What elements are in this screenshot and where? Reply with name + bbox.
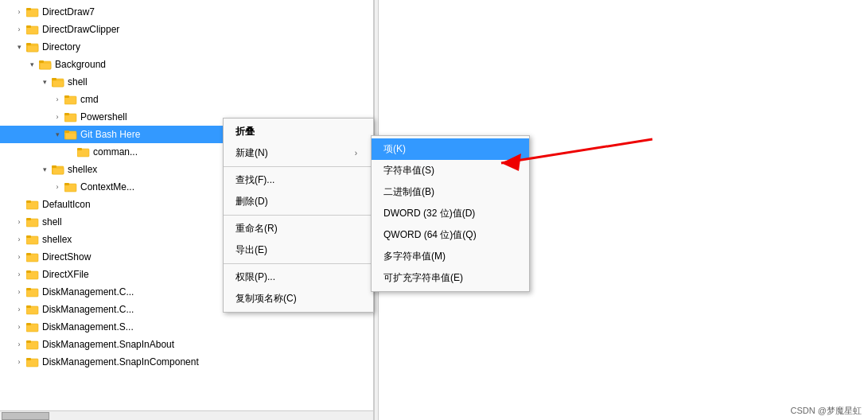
tree-item-shell[interactable]: ▾ shell	[0, 73, 373, 91]
tree-expander[interactable]: ›	[13, 231, 25, 248]
submenu-item-dword[interactable]: DWORD (32 位)值(D)	[372, 203, 529, 224]
menu-item-label: 复制项名称(C)	[235, 292, 297, 305]
svg-rect-40	[26, 305, 31, 308]
menu-item-permissions[interactable]: 权限(P)...	[224, 266, 373, 288]
tree-expander[interactable]	[13, 196, 25, 213]
menu-separator	[224, 263, 373, 264]
tree-expander[interactable]: ›	[13, 353, 25, 371]
folder-icon	[25, 356, 40, 368]
folder-icon	[25, 216, 40, 228]
svg-rect-12	[53, 80, 64, 87]
tree-expander[interactable]: ›	[13, 21, 25, 38]
tree-item-directory[interactable]: ▾ Directory	[0, 38, 373, 56]
menu-item-label: 导出(E)	[235, 243, 267, 257]
svg-rect-30	[26, 218, 31, 220]
svg-rect-42	[26, 323, 31, 325]
svg-rect-1	[26, 8, 31, 10]
tree-item-background[interactable]: ▾ Background	[0, 56, 373, 73]
menu-item-rename[interactable]: 重命名(R)	[224, 218, 373, 239]
submenu-item-expandstr[interactable]: 可扩充字符串值(E)	[372, 267, 529, 289]
tree-expander[interactable]: ›	[13, 318, 25, 336]
tree-item-label: DirectDrawClipper	[42, 24, 119, 35]
svg-rect-14	[64, 95, 69, 98]
menu-item-new[interactable]: 新建(N)›	[224, 142, 373, 164]
folder-icon	[25, 303, 40, 316]
tree-scrollbar[interactable]	[0, 410, 373, 420]
tree-expander[interactable]: ›	[13, 301, 25, 318]
tree-item-directdrawclipper[interactable]: › DirectDrawClipper	[0, 21, 373, 38]
tree-item-label: DirectDraw7	[42, 6, 95, 18]
submenu-item-multistr[interactable]: 多字符串值(M)	[372, 246, 529, 267]
tree-expander[interactable]: ›	[51, 178, 64, 196]
svg-rect-3	[26, 25, 31, 28]
tree-item-label: Git Bash Here	[80, 129, 140, 140]
tree-item-label: Directory	[42, 41, 80, 52]
svg-rect-34	[26, 253, 31, 255]
menu-item-label: 重命名(R)	[235, 222, 278, 235]
tree-item-diskmanagement3[interactable]: › DiskManagement.S...	[0, 318, 373, 336]
tree-item-label: shellex	[42, 234, 72, 245]
svg-rect-9	[40, 63, 51, 69]
menu-item-delete[interactable]: 删除(D)	[224, 191, 373, 212]
main-container: › DirectDraw7› DirectDrawClipper▾ Direct…	[0, 0, 868, 420]
tree-expander[interactable]: ›	[51, 91, 64, 108]
svg-rect-32	[26, 235, 31, 238]
tree-item-directdraw7[interactable]: › DirectDraw7	[0, 3, 373, 21]
submenu-item-qword[interactable]: QWORD (64 位)值(Q)	[372, 224, 529, 246]
svg-rect-18	[64, 130, 69, 133]
tree-expander[interactable]: ›	[13, 336, 25, 353]
menu-item-label: 删除(D)	[235, 195, 268, 208]
tree-item-label: DirectShow	[42, 251, 91, 262]
tree-expander[interactable]: ›	[13, 213, 25, 231]
tree-item-label: Background	[55, 59, 106, 70]
tree-expander[interactable]: ▾	[38, 73, 51, 91]
svg-rect-23	[52, 165, 56, 168]
menu-item-copyname[interactable]: 复制项名称(C)	[224, 288, 373, 309]
tree-expander[interactable]: ›	[13, 248, 25, 266]
svg-rect-11	[52, 78, 56, 80]
red-arrow	[477, 123, 660, 189]
tree-item-label: cmd	[80, 94, 99, 105]
tree-item-diskmanagementcomp[interactable]: › DiskManagement.SnapInComponent	[0, 353, 373, 371]
tree-expander[interactable]: ▾	[25, 56, 38, 73]
svg-rect-28	[26, 200, 31, 203]
folder-icon	[25, 6, 40, 18]
folder-icon	[25, 251, 40, 263]
submenu-item-label: QWORD (64 位)值(Q)	[383, 228, 477, 242]
menu-item-label: 新建(N)	[235, 146, 268, 160]
tree-item-label: DiskManagement.SnapInAbout	[42, 339, 174, 350]
folder-icon	[25, 23, 40, 36]
scrollbar-thumb[interactable]	[2, 412, 49, 420]
tree-expander[interactable]: ›	[13, 266, 25, 283]
svg-rect-5	[26, 43, 31, 45]
tree-item-label: DiskManagement.S...	[42, 321, 134, 332]
tree-expander[interactable]: ▾	[13, 38, 25, 56]
tree-item-label: DiskManagement.C...	[42, 304, 134, 315]
menu-item-collapse[interactable]: 折叠	[224, 121, 373, 142]
submenu-item-label: 可扩充字符串值(E)	[383, 271, 463, 285]
submenu-item-label: 多字符串值(M)	[383, 250, 446, 263]
tree-expander[interactable]: ›	[13, 3, 25, 21]
tree-item-cmd[interactable]: › cmd	[0, 91, 373, 108]
menu-item-export[interactable]: 导出(E)	[224, 239, 373, 261]
svg-rect-44	[26, 340, 31, 343]
tree-item-label: DiskManagement.SnapInComponent	[42, 356, 199, 368]
submenu-item-label: 项(K)	[383, 143, 406, 154]
submenu-arrow-icon: ›	[355, 149, 357, 158]
submenu-item-label: DWORD (32 位)值(D)	[383, 207, 475, 220]
submenu-item-label: 字符串值(S)	[383, 164, 434, 177]
tree-expander[interactable]	[64, 143, 76, 161]
folder-icon	[25, 198, 40, 211]
svg-rect-38	[26, 288, 31, 290]
tree-expander[interactable]: ›	[13, 283, 25, 301]
tree-expander[interactable]: ▾	[38, 161, 51, 178]
tree-item-diskmanagementsnap[interactable]: › DiskManagement.SnapInAbout	[0, 336, 373, 353]
svg-rect-21	[77, 148, 82, 150]
menu-item-find[interactable]: 查找(F)...	[224, 169, 373, 191]
tree-item-label: shell	[68, 76, 88, 88]
tree-expander[interactable]: ▾	[51, 126, 64, 143]
tree-expander[interactable]: ›	[51, 108, 64, 126]
watermark: CSDN @梦魔星虹	[791, 405, 862, 417]
svg-rect-19	[65, 133, 76, 139]
folder-icon	[25, 321, 40, 333]
